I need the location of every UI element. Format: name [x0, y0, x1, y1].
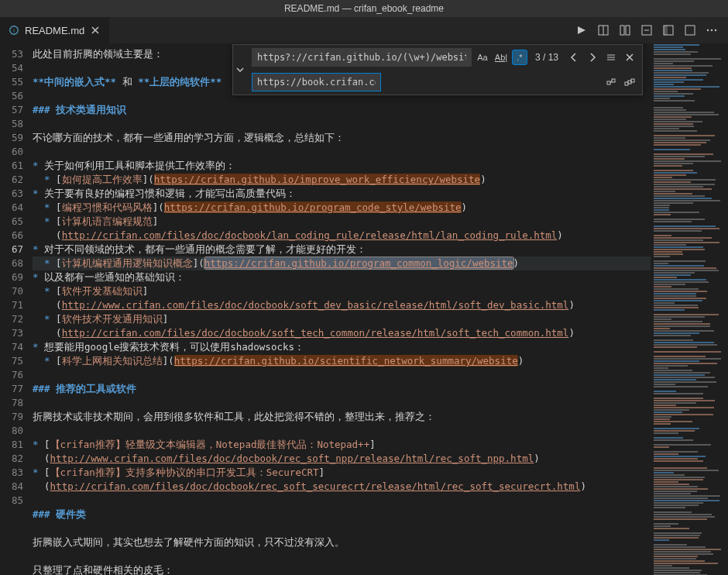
- find-in-selection-icon[interactable]: [603, 50, 619, 65]
- open-changes-icon[interactable]: [660, 22, 677, 39]
- tab-bar: i README.md: [0, 17, 728, 44]
- svg-rect-17: [612, 79, 615, 82]
- prev-match-icon[interactable]: [566, 50, 582, 65]
- open-preview-icon[interactable]: [595, 22, 612, 39]
- source-control-icon[interactable]: [573, 22, 590, 39]
- split-editor-icon[interactable]: [616, 22, 634, 39]
- regex-option[interactable]: .*: [512, 50, 527, 65]
- replace-one-icon[interactable]: [603, 74, 619, 90]
- svg-rect-20: [631, 79, 634, 82]
- tab-filename: README.md: [25, 25, 84, 36]
- svg-point-11: [711, 29, 713, 31]
- layout-icon[interactable]: [682, 22, 699, 39]
- svg-rect-19: [628, 81, 631, 84]
- editor-toolbar: [573, 22, 728, 39]
- replace-all-icon[interactable]: [622, 74, 637, 90]
- search-input[interactable]: [252, 48, 472, 67]
- svg-rect-16: [607, 81, 610, 84]
- toggle-replace-icon[interactable]: [233, 45, 247, 95]
- minimap[interactable]: [651, 44, 728, 575]
- svg-rect-9: [685, 26, 695, 35]
- replace-input[interactable]: [252, 73, 381, 91]
- svg-point-12: [715, 29, 716, 31]
- window-title: README.md — crifan_ebook_readme: [284, 3, 444, 14]
- close-icon[interactable]: [89, 24, 101, 36]
- match-case-option[interactable]: Aa: [475, 50, 490, 65]
- svg-rect-18: [625, 82, 628, 85]
- svg-rect-4: [620, 26, 624, 35]
- svg-point-10: [707, 29, 709, 31]
- markdown-file-icon: i: [8, 24, 20, 36]
- window-titlebar: README.md — crifan_ebook_readme: [0, 0, 728, 17]
- tab-readme[interactable]: i README.md: [0, 17, 109, 44]
- editor: Aa Ab| .* 3 / 13 53545556575859606162636…: [0, 44, 728, 575]
- line-number-gutter: 5354555657585960616263646566676869707172…: [0, 44, 33, 575]
- diff-icon[interactable]: [638, 22, 655, 39]
- next-match-icon[interactable]: [585, 50, 600, 65]
- svg-text:i: i: [13, 28, 15, 33]
- code-content[interactable]: 此处目前折腾的领域主要是：**中间的嵌入式** 和 **上层的纯软件**### …: [33, 44, 651, 575]
- svg-rect-5: [626, 26, 630, 35]
- whole-word-option[interactable]: Ab|: [493, 50, 509, 65]
- find-replace-widget: Aa Ab| .* 3 / 13: [232, 44, 643, 95]
- close-find-icon[interactable]: [622, 50, 637, 65]
- more-icon[interactable]: [703, 22, 720, 39]
- match-count: 3 / 13: [531, 52, 563, 63]
- svg-rect-7: [664, 26, 668, 35]
